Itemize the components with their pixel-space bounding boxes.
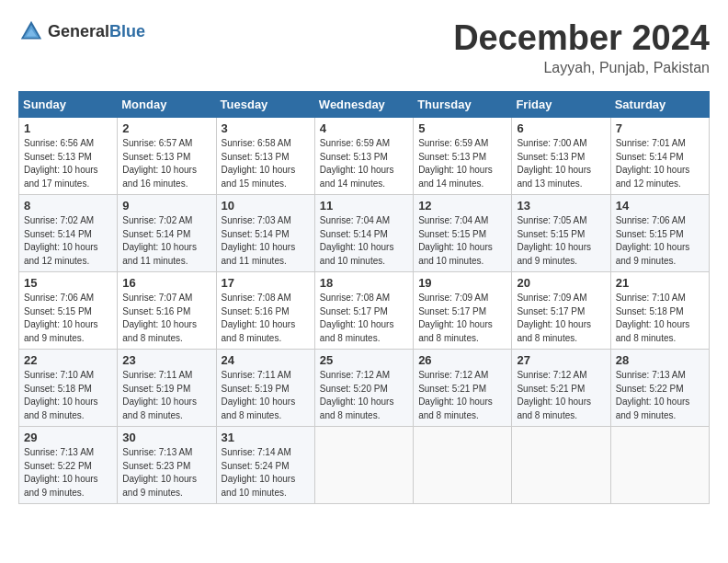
daylight-label: Daylight: 10 hours and 8 minutes. <box>517 396 591 420</box>
day-info: Sunrise: 6:59 AM Sunset: 5:13 PM Dayligh… <box>418 137 506 190</box>
daylight-label: Daylight: 10 hours and 8 minutes. <box>418 396 493 420</box>
sunset-label: Sunset: 5:16 PM <box>222 306 290 316</box>
calendar-cell: 10 Sunrise: 7:03 AM Sunset: 5:14 PM Dayl… <box>216 195 314 272</box>
sunset-label: Sunset: 5:22 PM <box>616 384 684 394</box>
sunset-label: Sunset: 5:18 PM <box>24 384 92 394</box>
sunset-label: Sunset: 5:21 PM <box>517 384 585 394</box>
day-number: 20 <box>517 276 605 290</box>
sunrise-label: Sunrise: 7:05 AM <box>517 215 586 225</box>
sunset-label: Sunset: 5:17 PM <box>418 306 486 316</box>
day-number: 25 <box>320 353 408 367</box>
calendar-cell: 18 Sunrise: 7:08 AM Sunset: 5:17 PM Dayl… <box>314 272 413 350</box>
day-info: Sunrise: 7:10 AM Sunset: 5:18 PM Dayligh… <box>24 369 112 422</box>
daylight-label: Daylight: 10 hours and 8 minutes. <box>222 396 296 420</box>
day-info: Sunrise: 7:12 AM Sunset: 5:21 PM Dayligh… <box>418 369 506 422</box>
page-header: GeneralBlue December 2024 Layyah, Punjab… <box>18 18 710 76</box>
day-number: 5 <box>418 121 506 135</box>
day-number: 8 <box>24 199 112 213</box>
calendar-cell: 30 Sunrise: 7:13 AM Sunset: 5:23 PM Dayl… <box>118 427 216 504</box>
weekday-header-monday: Monday <box>118 92 216 118</box>
day-info: Sunrise: 7:12 AM Sunset: 5:20 PM Dayligh… <box>320 369 408 422</box>
sunrise-label: Sunrise: 7:02 AM <box>24 215 94 225</box>
sunset-label: Sunset: 5:19 PM <box>222 384 290 394</box>
sunrise-label: Sunrise: 7:11 AM <box>122 370 192 380</box>
sunset-label: Sunset: 5:22 PM <box>24 461 92 471</box>
day-info: Sunrise: 7:13 AM Sunset: 5:23 PM Dayligh… <box>122 446 210 500</box>
daylight-label: Daylight: 10 hours and 12 minutes. <box>616 165 690 189</box>
sunset-label: Sunset: 5:16 PM <box>122 306 190 316</box>
day-info: Sunrise: 6:59 AM Sunset: 5:13 PM Dayligh… <box>320 137 408 190</box>
day-number: 27 <box>517 353 605 367</box>
daylight-label: Daylight: 10 hours and 11 minutes. <box>122 242 197 266</box>
day-info: Sunrise: 7:13 AM Sunset: 5:22 PM Dayligh… <box>616 369 704 422</box>
calendar-cell: 11 Sunrise: 7:04 AM Sunset: 5:14 PM Dayl… <box>314 195 413 272</box>
day-info: Sunrise: 7:09 AM Sunset: 5:17 PM Dayligh… <box>418 292 506 345</box>
sunrise-label: Sunrise: 7:06 AM <box>24 293 94 303</box>
day-info: Sunrise: 7:07 AM Sunset: 5:16 PM Dayligh… <box>122 292 210 345</box>
calendar-cell: 5 Sunrise: 6:59 AM Sunset: 5:13 PM Dayli… <box>414 118 512 195</box>
logo-text: GeneralBlue <box>48 22 145 41</box>
calendar-cell: 1 Sunrise: 6:56 AM Sunset: 5:13 PM Dayli… <box>19 118 118 195</box>
calendar-cell: 26 Sunrise: 7:12 AM Sunset: 5:21 PM Dayl… <box>414 350 512 427</box>
day-number: 9 <box>122 199 210 213</box>
day-number: 26 <box>418 353 506 367</box>
calendar-cell: 29 Sunrise: 7:13 AM Sunset: 5:22 PM Dayl… <box>19 427 118 504</box>
day-number: 28 <box>616 353 704 367</box>
sunrise-label: Sunrise: 7:10 AM <box>24 370 94 380</box>
daylight-label: Daylight: 10 hours and 8 minutes. <box>320 319 394 343</box>
day-number: 4 <box>320 121 408 135</box>
sunrise-label: Sunrise: 7:02 AM <box>122 215 192 225</box>
day-number: 7 <box>616 121 704 135</box>
calendar-cell: 13 Sunrise: 7:05 AM Sunset: 5:15 PM Dayl… <box>512 195 610 272</box>
sunrise-label: Sunrise: 7:06 AM <box>616 215 686 225</box>
sunset-label: Sunset: 5:13 PM <box>517 152 585 162</box>
logo-general: General <box>48 22 109 40</box>
calendar-week-4: 22 Sunrise: 7:10 AM Sunset: 5:18 PM Dayl… <box>19 350 710 427</box>
day-info: Sunrise: 7:04 AM Sunset: 5:14 PM Dayligh… <box>320 214 408 268</box>
day-number: 2 <box>122 121 210 135</box>
calendar-cell: 20 Sunrise: 7:09 AM Sunset: 5:17 PM Dayl… <box>512 272 610 350</box>
calendar-cell: 4 Sunrise: 6:59 AM Sunset: 5:13 PM Dayli… <box>314 118 413 195</box>
daylight-label: Daylight: 10 hours and 10 minutes. <box>320 242 394 266</box>
sunrise-label: Sunrise: 7:04 AM <box>320 215 390 225</box>
sunrise-label: Sunrise: 7:13 AM <box>24 447 94 457</box>
sunset-label: Sunset: 5:17 PM <box>320 306 388 316</box>
day-number: 12 <box>418 199 506 213</box>
day-info: Sunrise: 7:10 AM Sunset: 5:18 PM Dayligh… <box>616 292 704 345</box>
calendar-cell: 15 Sunrise: 7:06 AM Sunset: 5:15 PM Dayl… <box>19 272 118 350</box>
sunset-label: Sunset: 5:14 PM <box>320 229 388 239</box>
calendar-week-1: 1 Sunrise: 6:56 AM Sunset: 5:13 PM Dayli… <box>19 118 710 195</box>
daylight-label: Daylight: 10 hours and 8 minutes. <box>122 319 197 343</box>
daylight-label: Daylight: 10 hours and 8 minutes. <box>24 396 98 420</box>
day-number: 19 <box>418 276 506 290</box>
day-info: Sunrise: 7:02 AM Sunset: 5:14 PM Dayligh… <box>122 214 210 268</box>
weekday-header-friday: Friday <box>512 92 610 118</box>
day-info: Sunrise: 7:14 AM Sunset: 5:24 PM Dayligh… <box>222 446 310 500</box>
sunrise-label: Sunrise: 7:01 AM <box>616 138 686 148</box>
calendar-cell: 24 Sunrise: 7:11 AM Sunset: 5:19 PM Dayl… <box>216 350 314 427</box>
day-info: Sunrise: 6:57 AM Sunset: 5:13 PM Dayligh… <box>122 137 210 190</box>
daylight-label: Daylight: 10 hours and 14 minutes. <box>320 165 394 189</box>
day-info: Sunrise: 7:04 AM Sunset: 5:15 PM Dayligh… <box>418 214 506 268</box>
day-number: 31 <box>222 431 310 444</box>
daylight-label: Daylight: 10 hours and 10 minutes. <box>418 242 493 266</box>
day-info: Sunrise: 7:06 AM Sunset: 5:15 PM Dayligh… <box>24 292 112 345</box>
day-info: Sunrise: 7:11 AM Sunset: 5:19 PM Dayligh… <box>222 369 310 422</box>
sunrise-label: Sunrise: 7:00 AM <box>517 138 586 148</box>
daylight-label: Daylight: 10 hours and 9 minutes. <box>24 319 98 343</box>
day-number: 21 <box>616 276 704 290</box>
sunset-label: Sunset: 5:20 PM <box>320 384 388 394</box>
calendar-cell: 9 Sunrise: 7:02 AM Sunset: 5:14 PM Dayli… <box>118 195 216 272</box>
day-info: Sunrise: 6:58 AM Sunset: 5:13 PM Dayligh… <box>222 137 310 190</box>
sunset-label: Sunset: 5:13 PM <box>222 152 290 162</box>
calendar-cell: 31 Sunrise: 7:14 AM Sunset: 5:24 PM Dayl… <box>216 427 314 504</box>
sunrise-label: Sunrise: 7:09 AM <box>517 293 586 303</box>
logo: GeneralBlue <box>18 18 145 44</box>
daylight-label: Daylight: 10 hours and 8 minutes. <box>418 319 493 343</box>
sunrise-label: Sunrise: 7:12 AM <box>418 370 488 380</box>
weekday-header-sunday: Sunday <box>19 92 118 118</box>
sunset-label: Sunset: 5:14 PM <box>122 229 190 239</box>
sunrise-label: Sunrise: 7:13 AM <box>122 447 192 457</box>
sunset-label: Sunset: 5:14 PM <box>222 229 290 239</box>
sunset-label: Sunset: 5:24 PM <box>222 461 290 471</box>
